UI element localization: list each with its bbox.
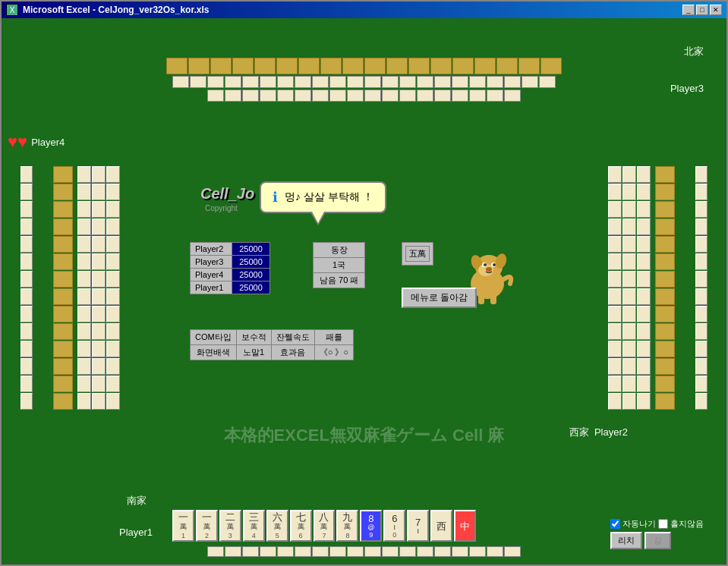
top-row-3	[134, 90, 594, 102]
grid-tile	[92, 253, 106, 270]
auto-checkbox[interactable]	[610, 519, 620, 529]
reset-button[interactable]: 리치	[610, 532, 642, 549]
score-cell: 25000	[232, 256, 270, 269]
brown-wall-tile	[655, 219, 675, 235]
white-tile	[242, 76, 259, 88]
tile-3[interactable]: 二 萬 3	[219, 510, 241, 542]
white-tile	[329, 90, 346, 102]
menu-button[interactable]: 메뉴로 돌아감	[402, 288, 477, 308]
player4-area: ♥♥ Player4	[8, 132, 65, 152]
wall-tile	[695, 236, 708, 253]
grid-tile	[608, 306, 622, 322]
tile-num: 9	[369, 531, 373, 539]
grid-tile	[92, 393, 106, 410]
brown-tile	[342, 58, 364, 74]
wall-tile	[695, 323, 708, 340]
wall-tile	[695, 358, 708, 375]
grid-tile	[637, 288, 651, 305]
grid-tile	[608, 184, 622, 200]
player2-name: Player2	[594, 426, 628, 438]
control-row-2: 리치 감	[610, 532, 704, 549]
com-type-label: COM타입	[191, 330, 237, 345]
auto-checkbox-label[interactable]: 자동나기	[610, 518, 656, 530]
grid-tile	[92, 236, 106, 253]
brown-tile	[320, 58, 342, 74]
wall-tile	[695, 219, 708, 235]
score-cell: 25000	[232, 281, 270, 294]
tile-2[interactable]: 一 萬 2	[196, 510, 218, 542]
tile-7[interactable]: 八 萬 7	[314, 510, 336, 542]
grid-tile	[622, 236, 636, 253]
brown-wall-tile	[53, 184, 73, 200]
grid-tile	[77, 219, 91, 235]
tile-kanji: 三	[249, 512, 259, 522]
grid-tile	[637, 219, 651, 235]
grid-tile	[92, 323, 106, 340]
grid-tile	[637, 253, 651, 270]
grid-tile	[77, 236, 91, 253]
br-tile	[225, 546, 241, 557]
hold-checkbox-label[interactable]: 홀지않음	[658, 518, 704, 530]
screen-label: 화면배색	[191, 345, 237, 360]
tile-sub: I	[417, 527, 419, 535]
grid-tile	[106, 341, 120, 357]
tile-num: 8	[345, 532, 349, 539]
controls-area: 자동나기 홀지않음 리치 감	[610, 518, 704, 549]
grid-tile	[637, 358, 651, 375]
br-tile	[329, 546, 346, 557]
tile-11[interactable]: 7 I	[407, 510, 429, 542]
white-tile	[434, 76, 451, 88]
brown-wall-tile	[53, 323, 73, 340]
br-tile	[434, 546, 451, 557]
grid-tile	[106, 219, 120, 235]
tile-1[interactable]: 一 萬 1	[172, 510, 194, 542]
round-cell: 동장	[314, 243, 365, 258]
brown-wall-tile	[655, 184, 675, 200]
tile-9[interactable]: 8 @ 9	[360, 510, 382, 542]
west-text: 西家	[569, 426, 589, 438]
white-tile	[190, 76, 206, 88]
auto-label: 자동나기	[622, 518, 656, 530]
tile-6[interactable]: 七 萬 6	[290, 510, 312, 542]
white-tile	[487, 76, 503, 88]
brown-wall-tile	[655, 253, 675, 270]
score-table: Player2 25000 Player3 25000 Player4 2500…	[190, 242, 270, 294]
action-button[interactable]: 감	[644, 532, 671, 549]
wall-tile	[695, 306, 708, 322]
close-button[interactable]: ✕	[710, 5, 722, 15]
left-grid-tiles	[77, 166, 120, 409]
tile-8[interactable]: 九 萬 8	[336, 510, 358, 542]
br-tile	[452, 546, 468, 557]
grid-tile	[106, 166, 120, 183]
hold-checkbox[interactable]	[658, 519, 668, 529]
wall-tile	[20, 184, 33, 200]
white-tile	[469, 76, 486, 88]
tile-num: 4	[252, 532, 256, 539]
grid-tile	[622, 306, 636, 322]
tile-10[interactable]: 6 I 0	[383, 510, 405, 542]
minimize-button[interactable]: _	[682, 5, 695, 15]
grid-tile	[106, 271, 120, 288]
white-tile	[260, 76, 276, 88]
br-tile	[260, 546, 276, 557]
tile-4[interactable]: 三 萬 4	[243, 510, 265, 542]
grid-tile	[608, 236, 622, 253]
brown-wall-tile	[655, 341, 675, 357]
north-label: 北家	[684, 45, 704, 58]
grid-tile	[77, 184, 91, 200]
brown-tile	[188, 58, 210, 74]
grid-tile	[637, 236, 651, 253]
white-tile	[347, 90, 364, 102]
maximize-button[interactable]: □	[696, 5, 708, 15]
tile-5[interactable]: 六 萬 5	[266, 510, 288, 542]
tile-12[interactable]: 西	[430, 510, 452, 542]
tile-sub: I	[394, 524, 396, 531]
tile-13[interactable]: 中	[454, 510, 476, 542]
window-title: Microsoft Excel - CelJong_ver32Os_kor.xl…	[23, 5, 209, 15]
brown-wall-tile	[53, 271, 73, 288]
score-cell: 25000	[232, 243, 270, 256]
white-tile	[364, 90, 381, 102]
grid-tile	[92, 358, 106, 375]
tile-num: 2	[205, 532, 209, 539]
score-cell: 25000	[232, 269, 270, 281]
